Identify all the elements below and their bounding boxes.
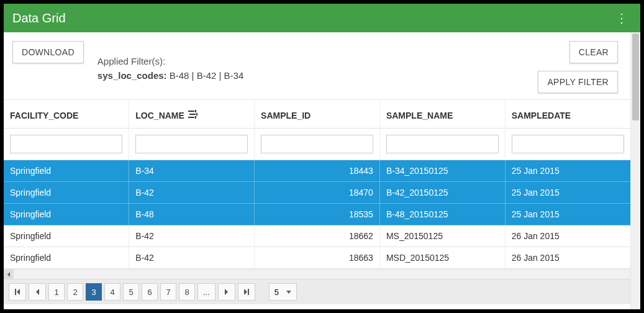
table-row[interactable]: SpringfieldB-4218662MS_2015012526 Jan 20… xyxy=(4,225,630,247)
cell-facility-code: Springfield xyxy=(4,160,129,182)
cell-sample-name: MS_20150125 xyxy=(379,225,505,247)
vertical-scrollbar[interactable] xyxy=(630,32,640,309)
pager-page-6[interactable]: 6 xyxy=(142,283,158,301)
cell-loc-name: B-48 xyxy=(129,204,255,225)
table-row[interactable]: SpringfieldB-4818535B-48_2015012525 Jan … xyxy=(4,204,630,225)
overflow-menu-button[interactable]: ⋮ xyxy=(612,9,632,27)
applied-filters-label: sys_loc_codes: xyxy=(98,70,167,81)
table-row[interactable]: SpringfieldB-4218663MSD_2015012526 Jan 2… xyxy=(4,247,630,269)
cell-sample-name: B-34_20150125 xyxy=(379,160,505,182)
cell-loc-name: B-42 xyxy=(129,225,255,247)
filter-input-loc-name[interactable] xyxy=(135,135,248,153)
filter-input-sampledate[interactable] xyxy=(512,135,624,153)
column-header-facility-code[interactable]: FACILITY_CODE xyxy=(4,100,129,129)
column-header-sample-name[interactable]: SAMPLE_NAME xyxy=(379,100,505,129)
pager: 12345678... 5 xyxy=(4,279,630,304)
pager-page-2[interactable]: 2 xyxy=(67,283,83,301)
cell-loc-name: B-34 xyxy=(129,160,255,182)
pager-page-8[interactable]: 8 xyxy=(179,283,195,301)
pager-ellipsis: ... xyxy=(197,283,215,301)
column-header-loc-name[interactable]: LOC_NAME xyxy=(129,100,255,129)
column-label: FACILITY_CODE xyxy=(10,111,78,120)
scrollbar-thumb[interactable] xyxy=(632,34,639,120)
column-label: LOC_NAME xyxy=(135,111,184,120)
pager-page-5[interactable]: 5 xyxy=(123,283,139,301)
column-label: SAMPLE_NAME xyxy=(386,111,453,120)
data-grid: FACILITY_CODE LOC_NAME SAMPLE_ID SAMPLE_… xyxy=(4,99,630,269)
pager-page-1[interactable]: 1 xyxy=(48,283,65,301)
cell-facility-code: Springfield xyxy=(4,247,129,269)
pager-first-button[interactable] xyxy=(9,283,26,301)
cell-facility-code: Springfield xyxy=(4,204,129,225)
pager-prev-button[interactable] xyxy=(29,283,46,301)
cell-sample-name: B-42_20150125 xyxy=(379,182,505,204)
cell-loc-name: B-42 xyxy=(129,182,255,204)
table-row[interactable]: SpringfieldB-3418443B-34_2015012525 Jan … xyxy=(4,160,630,182)
cell-loc-name: B-42 xyxy=(129,247,255,269)
pager-page-3[interactable]: 3 xyxy=(86,283,102,301)
cell-sample-id: 18443 xyxy=(255,160,380,182)
cell-sample-name: B-48_20150125 xyxy=(379,204,505,225)
table-row[interactable]: SpringfieldB-4218470B-42_2015012525 Jan … xyxy=(4,182,630,204)
pager-page-4[interactable]: 4 xyxy=(104,283,120,301)
column-header-sampledate[interactable]: SAMPLEDATE xyxy=(505,100,630,129)
svg-rect-4 xyxy=(196,113,197,116)
cell-sample-name: MSD_20150125 xyxy=(379,247,505,269)
page-size-value: 5 xyxy=(274,288,279,297)
cell-facility-code: Springfield xyxy=(4,225,129,247)
svg-rect-2 xyxy=(188,117,194,118)
filter-input-sample-id[interactable] xyxy=(261,135,373,153)
column-header-sample-id[interactable]: SAMPLE_ID xyxy=(255,100,380,129)
column-label: SAMPLEDATE xyxy=(512,111,571,120)
cell-sample-id: 18470 xyxy=(255,182,380,204)
cell-sampledate: 26 Jan 2015 xyxy=(505,225,630,247)
filter-input-sample-name[interactable] xyxy=(386,135,499,153)
cell-sampledate: 25 Jan 2015 xyxy=(505,160,630,182)
clear-button[interactable]: CLEAR xyxy=(569,41,618,63)
cell-sampledate: 25 Jan 2015 xyxy=(505,182,630,204)
cell-sampledate: 26 Jan 2015 xyxy=(505,247,630,269)
app-header: Data Grid ⋮ xyxy=(4,4,640,32)
more-vertical-icon: ⋮ xyxy=(615,11,628,25)
svg-rect-1 xyxy=(189,114,196,115)
cell-sample-id: 18663 xyxy=(255,247,380,269)
chevron-down-icon xyxy=(286,291,291,294)
filter-input-facility-code[interactable] xyxy=(10,135,122,153)
apply-filter-button[interactable]: APPLY FILTER xyxy=(538,71,618,93)
filter-icon[interactable] xyxy=(188,110,198,120)
pager-next-button[interactable] xyxy=(218,283,235,301)
applied-filters-value: B-48 | B-42 | B-34 xyxy=(170,70,244,81)
svg-rect-6 xyxy=(15,289,16,295)
pager-last-button[interactable] xyxy=(238,283,255,301)
page-size-select[interactable]: 5 xyxy=(269,283,297,301)
svg-rect-3 xyxy=(195,110,196,112)
column-label: SAMPLE_ID xyxy=(261,111,311,120)
cell-facility-code: Springfield xyxy=(4,182,129,204)
svg-rect-7 xyxy=(248,289,249,295)
cell-sample-id: 18662 xyxy=(255,225,380,247)
cell-sample-id: 18535 xyxy=(255,204,380,225)
page-title: Data Grid xyxy=(12,11,612,25)
applied-filters: Applied Filter(s): sys_loc_codes: B-48 |… xyxy=(98,55,243,83)
pager-page-7[interactable]: 7 xyxy=(160,283,176,301)
scroll-left-icon[interactable] xyxy=(4,270,14,279)
cell-sampledate: 25 Jan 2015 xyxy=(505,204,630,225)
svg-rect-5 xyxy=(195,116,196,119)
horizontal-scrollbar[interactable] xyxy=(4,269,630,279)
download-button[interactable]: DOWNLOAD xyxy=(12,41,84,63)
svg-rect-0 xyxy=(188,111,194,112)
applied-filters-heading: Applied Filter(s): xyxy=(98,55,243,69)
